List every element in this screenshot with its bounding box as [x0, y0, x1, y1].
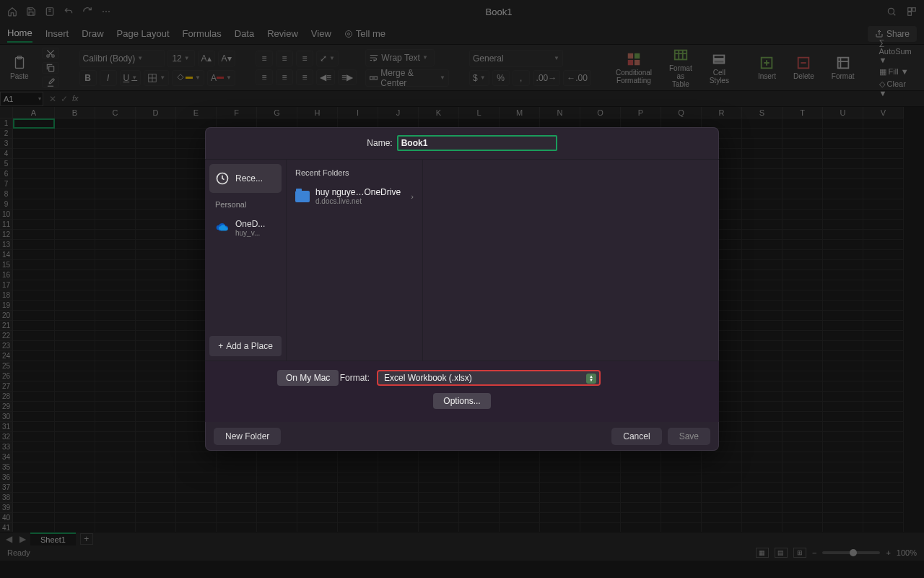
sidebar-item-recent[interactable]: Rece...	[209, 164, 282, 193]
folder-contents-pane	[423, 160, 719, 361]
save-button[interactable]: Save	[668, 428, 710, 445]
cancel-button[interactable]: Cancel	[611, 428, 661, 445]
save-dialog: Name: Rece... Personal OneD... huy_v... …	[205, 127, 719, 451]
plus-icon: +	[218, 341, 223, 351]
recent-folders-pane: Recent Folders huy nguye…OneDrive d.docs…	[286, 160, 423, 361]
onedrive-icon	[215, 220, 230, 235]
recent-folder-item[interactable]: huy nguye…OneDrive d.docs.live.net ›	[289, 183, 419, 210]
save-sidebar: Rece... Personal OneD... huy_v... + Add …	[205, 160, 286, 361]
name-label: Name:	[367, 138, 392, 148]
options-button[interactable]: Options...	[433, 393, 490, 409]
new-folder-button[interactable]: New Folder	[214, 428, 281, 445]
on-my-mac-button[interactable]: On My Mac	[277, 370, 339, 386]
chevron-right-icon: ›	[411, 192, 414, 201]
clock-icon	[215, 171, 230, 186]
sidebar-item-onedrive[interactable]: OneD... huy_v...	[209, 213, 282, 242]
add-place-button[interactable]: + Add a Place	[209, 336, 282, 356]
sidebar-personal-label: Personal	[209, 196, 282, 210]
recent-folders-header: Recent Folders	[289, 165, 419, 183]
folder-icon	[295, 191, 310, 202]
filename-input[interactable]	[397, 135, 557, 151]
select-caret-icon: ▲▼	[586, 374, 596, 384]
file-format-select[interactable]: Excel Workbook (.xlsx) ▲▼	[377, 370, 601, 386]
